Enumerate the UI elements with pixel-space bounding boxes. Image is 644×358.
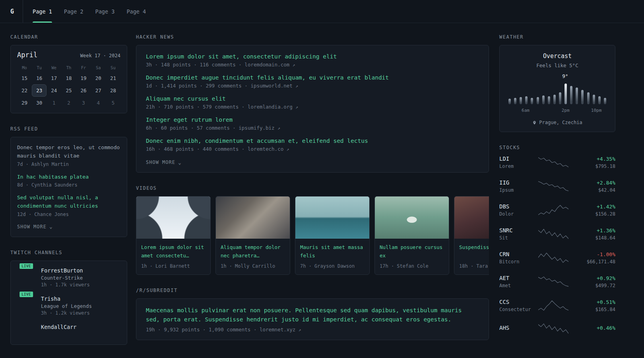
video-meta: 17h · Stefan Cole	[380, 263, 444, 269]
twitch-channel-meta: 3h · 1.2k viewers	[41, 310, 92, 316]
video-thumbnail[interactable]	[295, 197, 369, 239]
subreddit-domain-link[interactable]: loremnet.xyz ↗	[260, 327, 301, 333]
hn-domain-link[interactable]: ipsumify.biz ↗	[239, 125, 280, 131]
calendar-dow: Th	[61, 62, 76, 72]
tab-page-1[interactable]: Page 1	[33, 0, 52, 23]
rss-article-link[interactable]: Sed volutpat nulla nisl, a condimentum n…	[17, 194, 120, 210]
weather-bar	[537, 97, 539, 104]
hn-story-meta: 1d · 1,414 points · 299 comments · ipsum…	[146, 83, 479, 89]
calendar-day: 28	[106, 84, 120, 97]
subreddit-widget: /R/SUBREDDIT Maecenas mollis pulvinar er…	[136, 288, 489, 340]
hn-story-link[interactable]: Lorem ipsum dolor sit amet, consectetur …	[146, 53, 479, 60]
calendar-dow: Sa	[91, 62, 106, 72]
video-card[interactable]: Suspendisse diam 18h · Tara	[454, 196, 489, 275]
stock-sparkline	[538, 204, 568, 216]
twitch-channel-row[interactable]: LIVE Trisha League of Legends 3h · 1.2k …	[17, 296, 120, 316]
external-link-icon: ↗	[287, 147, 289, 152]
stock-sparkline	[538, 156, 568, 168]
page-tabs: Page 1 Page 2 Page 3 Page 4	[33, 0, 146, 23]
video-title-link[interactable]: Nullam posuere cursus ex	[380, 243, 444, 260]
hn-domain-link[interactable]: loremdomain.com ↗	[244, 62, 295, 68]
calendar-day: 24	[47, 84, 61, 97]
weather-bars	[508, 83, 606, 104]
weather-card: Overcast Feels like 5°C 9° 6am 2pm 10pm …	[499, 45, 615, 132]
stock-price: $156.28	[568, 211, 615, 217]
stock-name: Amet	[499, 283, 538, 288]
hn-story-meta: 6h · 60 points · 57 comments · ipsumify.…	[146, 125, 479, 131]
calendar-day-next-month: 5	[106, 97, 120, 109]
stock-row[interactable]: SNRC Sit +1.36% $148.64	[499, 227, 615, 241]
video-card[interactable]: Mauris sit amet massa felis 7h · Grayson…	[295, 196, 370, 275]
calendar-day: 19	[76, 72, 91, 84]
video-card[interactable]: Lorem ipsum dolor sit amet consectetu… 1…	[136, 196, 211, 275]
rss-article-link[interactable]: Donec tempor eros leo, ut commodo mauris…	[17, 144, 120, 160]
video-thumbnail[interactable]	[136, 197, 210, 239]
stock-change: +0.51%	[568, 299, 615, 305]
weather-bar	[570, 86, 572, 104]
stock-row[interactable]: AHS +0.46%	[499, 323, 615, 335]
weather-condition: Overcast	[506, 53, 609, 60]
twitch-channel-row[interactable]: LIVE ForrestBurton Counter-Strike 1h · 1…	[17, 267, 120, 288]
hn-story-link[interactable]: Donec imperdiet augue tincidunt felis al…	[146, 74, 479, 81]
calendar-day-next-month: 3	[76, 97, 91, 109]
hn-domain-link[interactable]: loremtech.co ↗	[248, 146, 289, 152]
hn-show-more-button[interactable]: SHOW MORE ⌄	[146, 159, 182, 166]
stock-sparkline	[538, 228, 568, 240]
weather-bar	[598, 96, 601, 104]
hn-story-link[interactable]: Integer eget rutrum lorem	[146, 117, 479, 123]
video-card[interactable]: Aliquam tempor dolor nec pharetra… 1h · …	[215, 196, 290, 275]
calendar-day: 20	[91, 72, 106, 84]
calendar-header: April Week 17 · 2024	[17, 51, 120, 59]
weather-temp-label: 9°	[562, 73, 568, 79]
video-thumbnail[interactable]	[454, 197, 489, 239]
stock-row[interactable]: AET Amet +0.92% $499.72	[499, 275, 615, 288]
hn-story-link[interactable]: Donec enim nibh, condimentum et accumsan…	[146, 138, 479, 144]
app-logo[interactable]: G	[10, 0, 23, 23]
rss-article-link[interactable]: In hac habitasse platea	[17, 173, 120, 181]
stock-name: Sit	[499, 235, 538, 241]
subreddit-post-meta: 19h · 9,932 points · 1,090 comments · lo…	[146, 327, 479, 333]
stock-name: Bitcorn	[499, 259, 538, 265]
stock-row[interactable]: IIG Ipsum +2.84% $42.04	[499, 179, 615, 193]
stock-symbol: AET	[499, 275, 538, 281]
rss-card: Donec tempor eros leo, ut commodo mauris…	[10, 137, 127, 237]
hn-domain-link[interactable]: loremlandia.org ↗	[248, 104, 298, 110]
video-title-link[interactable]: Suspendisse diam	[459, 243, 489, 260]
stock-name: Lorem	[499, 163, 538, 169]
calendar-day: 27	[91, 84, 106, 97]
stock-sparkline	[538, 276, 568, 288]
video-thumbnail[interactable]	[216, 197, 290, 239]
main-column: HACKER NEWS Lorem ipsum dolor sit amet, …	[136, 34, 489, 353]
video-title-link[interactable]: Aliquam tempor dolor nec pharetra…	[221, 243, 285, 260]
hn-story-link[interactable]: Aliquam nec cursus elit	[146, 95, 479, 102]
weather-feels-like: Feels like 5°C	[506, 62, 609, 68]
stock-row[interactable]: LDI Lorem +4.35% $795.18	[499, 156, 615, 169]
hackernews-widget: HACKER NEWS Lorem ipsum dolor sit amet, …	[136, 34, 489, 173]
stock-row[interactable]: CCS Consectetur +0.51% $165.84	[499, 299, 615, 312]
video-card[interactable]: Nullam posuere cursus ex 17h · Stefan Co…	[374, 196, 449, 275]
video-title-link[interactable]: Lorem ipsum dolor sit amet consectetu…	[141, 243, 206, 260]
video-title-link[interactable]: Mauris sit amet massa felis	[300, 243, 365, 260]
video-thumbnail[interactable]	[375, 197, 449, 239]
hn-domain-link[interactable]: ipsumworld.net ↗	[250, 83, 298, 89]
stock-name: Ipsum	[499, 187, 538, 193]
rss-show-more-button[interactable]: SHOW MORE ⌄	[17, 223, 53, 230]
live-badge: LIVE	[19, 263, 34, 270]
subreddit-post-link[interactable]: Maecenas mollis pulvinar erat non posuer…	[146, 306, 479, 324]
twitch-channel-meta: 1h · 1.7k viewers	[41, 282, 90, 288]
tab-page-4[interactable]: Page 4	[126, 0, 146, 23]
weather-bar	[576, 88, 578, 104]
stock-price: $499.72	[568, 283, 615, 288]
weather-time-label: 2pm	[562, 108, 570, 113]
tab-page-3[interactable]: Page 3	[95, 0, 115, 23]
calendar-day: 26	[76, 84, 91, 97]
calendar-day: 16	[32, 72, 47, 84]
weather-bar	[542, 95, 545, 104]
stock-row[interactable]: CRN Bitcorn -1.00% $66,171.48	[499, 251, 615, 265]
weather-bar	[514, 98, 516, 104]
calendar-day: 25	[61, 84, 76, 97]
twitch-channel-row[interactable]: KendallCarr	[17, 324, 120, 330]
stock-row[interactable]: DBS Dolor +1.42% $156.28	[499, 203, 615, 217]
tab-page-2[interactable]: Page 2	[64, 0, 83, 23]
stock-sparkline	[538, 180, 568, 192]
